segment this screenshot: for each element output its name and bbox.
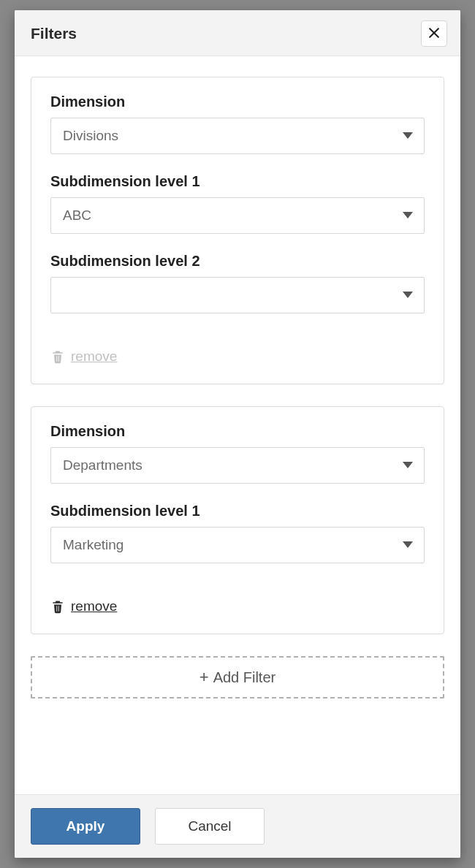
- add-filter-label: Add Filter: [213, 669, 276, 686]
- add-filter-button[interactable]: + Add Filter: [31, 656, 444, 698]
- modal-body: Dimension Subdimension level 1 Subdimens…: [15, 56, 460, 794]
- select-wrap: [50, 197, 425, 234]
- modal-footer: Apply Cancel: [15, 794, 460, 858]
- field-label-dimension: Dimension: [50, 94, 425, 110]
- trash-icon: [50, 598, 65, 614]
- remove-filter-label: remove: [71, 349, 117, 365]
- field-label-subdimension-2: Subdimension level 2: [50, 253, 425, 270]
- remove-filter-label: remove: [71, 598, 117, 614]
- trash-icon: [50, 349, 65, 365]
- subdimension-1-select[interactable]: [50, 527, 425, 563]
- remove-filter-link: remove: [50, 349, 117, 365]
- close-button[interactable]: [421, 20, 447, 47]
- field-label-subdimension-1: Subdimension level 1: [50, 173, 425, 190]
- dimension-select[interactable]: [50, 447, 425, 484]
- select-wrap: [50, 527, 425, 563]
- select-wrap: [50, 118, 425, 154]
- close-icon: [427, 26, 441, 42]
- dimension-select[interactable]: [50, 118, 425, 154]
- subdimension-2-select[interactable]: [50, 277, 425, 313]
- filter-card: Dimension Subdimension level 1 Subdimens…: [31, 77, 444, 384]
- filter-card: Dimension Subdimension level 1: [31, 406, 444, 634]
- subdimension-1-select[interactable]: [50, 197, 425, 234]
- modal-title: Filters: [31, 25, 77, 42]
- remove-filter-link[interactable]: remove: [50, 598, 117, 614]
- select-wrap: [50, 277, 425, 313]
- field-label-dimension: Dimension: [50, 423, 425, 440]
- plus-icon: +: [200, 669, 209, 685]
- apply-button[interactable]: Apply: [31, 808, 140, 845]
- filters-modal: Filters Dimension Subdimension level 1: [15, 10, 460, 858]
- select-wrap: [50, 447, 425, 484]
- field-label-subdimension-1: Subdimension level 1: [50, 503, 425, 519]
- modal-header: Filters: [15, 10, 460, 56]
- cancel-button[interactable]: Cancel: [155, 808, 265, 845]
